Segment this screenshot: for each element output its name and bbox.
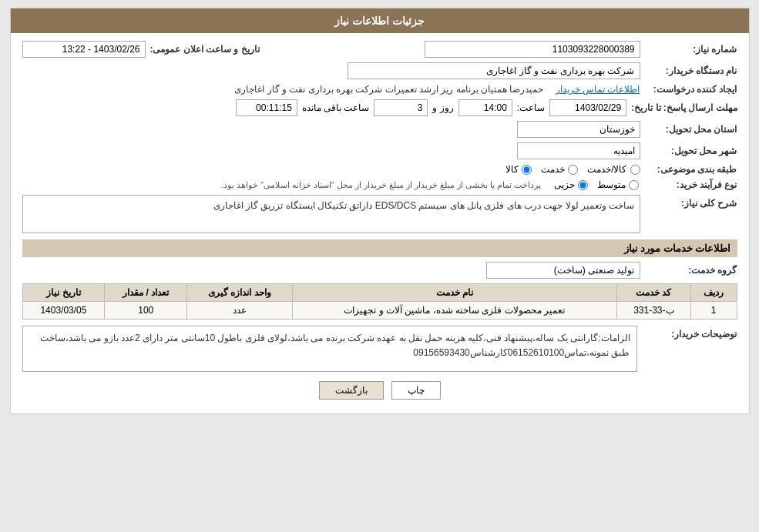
creator-value: حمیدرضا همتیان برنامه ریز ارشد تعمیرات ش… xyxy=(234,84,543,95)
service-group-label: گروه خدمت: xyxy=(645,265,737,276)
page-header: جزئیات اطلاعات نیاز xyxy=(11,8,749,33)
print-button[interactable]: چاپ xyxy=(391,381,441,400)
countdown-label: ساعت باقی مانده xyxy=(302,102,370,113)
process-label-medium: متوسط xyxy=(597,179,626,190)
category-label-service: خدمت xyxy=(541,164,565,175)
category-row: طبقه بندی موضوعی: کالا/خدمت خدمت کالا xyxy=(22,164,737,175)
services-section-title: اطلاعات خدمات مورد نیاز xyxy=(22,239,737,257)
col-service-code: کد خدمت xyxy=(616,284,690,302)
buyer-notes-label: توضیحات خریدار: xyxy=(645,326,737,340)
process-type-row: نوع فرآیند خرید: متوسط جزیی پرداخت تمام … xyxy=(22,179,737,190)
deadline-days-label: روز و xyxy=(432,102,453,113)
category-label-goods-service: کالا/خدمت xyxy=(587,164,626,175)
category-option-service[interactable]: خدمت xyxy=(541,164,578,175)
deadline-date-input[interactable] xyxy=(549,99,626,116)
process-label: نوع فرآیند خرید: xyxy=(645,179,737,190)
process-note: پرداخت تمام یا بخشی از مبلغ خریدار از مب… xyxy=(221,180,542,190)
table-cell: تعمیر محصولات فلزی ساخته شده، ماشین آلات… xyxy=(292,302,616,320)
table-header-row: ردیف کد خدمت نام خدمت واحد اندازه گیری ت… xyxy=(22,284,737,302)
province-row: استان محل تحویل: xyxy=(22,121,737,138)
need-description-box: ساخت وتعمیر لولا جهت درب های فلزی پانل ه… xyxy=(22,195,640,233)
creator-label: ایجاد کننده درخواست: xyxy=(645,84,737,95)
deadline-days-input[interactable] xyxy=(374,99,428,116)
buyer-org-input[interactable] xyxy=(348,62,640,79)
content-area: شماره نیاز: تاریخ و ساعت اعلان عمومی: نا… xyxy=(11,33,749,413)
table-cell: 100 xyxy=(105,302,187,320)
need-description-value: ساخت وتعمیر لولا جهت درب های فلزی پانل ه… xyxy=(213,200,635,211)
category-option-goods-service[interactable]: کالا/خدمت xyxy=(587,164,640,175)
page-title: جزئیات اطلاعات نیاز xyxy=(334,15,425,27)
col-service-name: نام خدمت xyxy=(292,284,616,302)
contact-link[interactable]: اطلاعات تماس خریدار xyxy=(556,84,640,95)
table-cell: ب-33-331 xyxy=(616,302,690,320)
announce-datetime-label: تاریخ و ساعت اعلان عمومی: xyxy=(150,44,260,55)
category-radio-goods-service[interactable] xyxy=(630,165,640,175)
category-label: طبقه بندی موضوعی: xyxy=(645,164,737,175)
col-row-num: ردیف xyxy=(690,284,737,302)
need-number-row: شماره نیاز: تاریخ و ساعت اعلان عمومی: xyxy=(22,41,737,58)
deadline-label: مهلت ارسال پاسخ: تا تاریخ: xyxy=(631,102,737,113)
category-radio-goods[interactable] xyxy=(522,165,532,175)
process-radio-medium[interactable] xyxy=(629,180,639,190)
buyer-notes-row: توضیحات خریدار: الزامات:گارانتی یک ساله،… xyxy=(22,326,737,372)
back-button[interactable]: بازگشت xyxy=(319,381,384,400)
table-cell: 1403/03/05 xyxy=(22,302,105,320)
process-label-minor: جزیی xyxy=(554,179,575,190)
table-row: 1ب-33-331تعمیر محصولات فلزی ساخته شده، م… xyxy=(22,302,737,320)
countdown-input[interactable] xyxy=(236,99,297,116)
province-input[interactable] xyxy=(517,121,640,138)
process-option-medium[interactable]: متوسط xyxy=(597,179,639,190)
process-radio-group: متوسط جزیی xyxy=(554,179,639,190)
city-input[interactable] xyxy=(517,142,640,159)
category-label-goods: کالا xyxy=(505,164,519,175)
button-row: چاپ بازگشت xyxy=(22,381,737,400)
need-number-input[interactable] xyxy=(425,41,640,58)
need-number-label: شماره نیاز: xyxy=(645,44,737,55)
creator-row: ایجاد کننده درخواست: اطلاعات تماس خریدار… xyxy=(22,84,737,95)
category-option-goods[interactable]: کالا xyxy=(505,164,532,175)
province-label: استان محل تحویل: xyxy=(645,124,737,135)
table-cell: عدد xyxy=(187,302,293,320)
page-container: جزئیات اطلاعات نیاز شماره نیاز: تاریخ و … xyxy=(10,8,750,414)
city-label: شهر محل تحویل: xyxy=(645,146,737,156)
deadline-time-label: ساعت: xyxy=(517,102,545,113)
service-group-row: گروه خدمت: xyxy=(22,262,737,279)
table-cell: 1 xyxy=(690,302,737,320)
process-radio-minor[interactable] xyxy=(578,180,588,190)
col-unit: واحد اندازه گیری xyxy=(187,284,293,302)
city-row: شهر محل تحویل: xyxy=(22,142,737,159)
col-date: تاریخ نیاز xyxy=(22,284,105,302)
process-option-minor[interactable]: جزیی xyxy=(554,179,588,190)
services-table-container: ردیف کد خدمت نام خدمت واحد اندازه گیری ت… xyxy=(22,283,737,320)
buyer-notes-value: الزامات:گارانتی یک ساله،پیشنهاد فنی،کلیه… xyxy=(40,333,630,358)
category-radio-group: کالا/خدمت خدمت کالا xyxy=(505,164,640,175)
col-quantity: تعداد / مقدار xyxy=(105,284,187,302)
need-description-label: شرح کلی نیاز: xyxy=(645,195,737,209)
buyer-notes-box: الزامات:گارانتی یک ساله،پیشنهاد فنی،کلیه… xyxy=(22,326,637,372)
service-group-input[interactable] xyxy=(486,262,640,279)
need-description-row: شرح کلی نیاز: ساخت وتعمیر لولا جهت درب ه… xyxy=(22,195,737,233)
services-table: ردیف کد خدمت نام خدمت واحد اندازه گیری ت… xyxy=(22,283,737,320)
announce-datetime-input[interactable] xyxy=(22,41,146,58)
deadline-row: مهلت ارسال پاسخ: تا تاریخ: ساعت: روز و س… xyxy=(22,99,737,116)
category-radio-service[interactable] xyxy=(568,165,578,175)
buyer-org-row: نام دستگاه خریدار: xyxy=(22,62,737,79)
deadline-time-input[interactable] xyxy=(458,99,512,116)
buyer-org-label: نام دستگاه خریدار: xyxy=(645,65,737,76)
